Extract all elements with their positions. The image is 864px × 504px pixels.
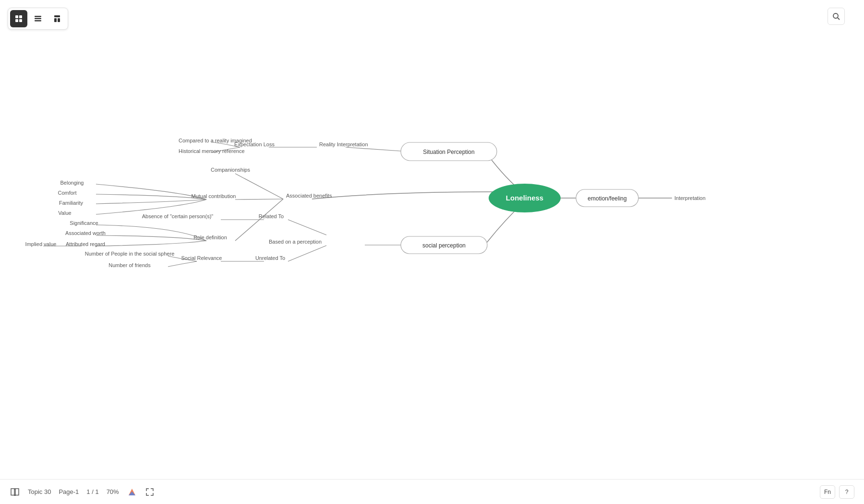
svg-line-21 <box>235 174 283 199</box>
bottom-bar: Topic 30 Page-1 1 / 1 70% Fn ? <box>0 479 864 504</box>
social-relevance-label: Social Relevance <box>181 255 222 261</box>
svg-line-19 <box>288 246 326 261</box>
book-icon-item <box>10 487 20 497</box>
number-friends-label: Number of friends <box>108 262 151 268</box>
book-icon <box>10 487 20 497</box>
role-definition-label: Role definition <box>193 234 227 240</box>
unrelated-to-label: Unrelated To <box>255 255 285 261</box>
topic-label: Topic 30 <box>28 488 51 495</box>
comfort-label: Comfort <box>58 190 76 196</box>
familiarity-label: Familiarity <box>59 200 84 206</box>
page-info: 1 / 1 <box>86 488 98 495</box>
situation-perception-label: Situation Perception <box>423 149 474 155</box>
compared-reality-label: Compared to a reality imagined <box>179 138 252 143</box>
historical-memory-label: Historical memory reference <box>179 148 245 154</box>
marimo-logo <box>127 487 137 497</box>
absence-certain-label: Absence of "certain person(s)" <box>142 213 214 219</box>
based-on-perception-label: Based on a perception <box>269 239 322 245</box>
svg-line-22 <box>235 199 283 199</box>
related-to-label: Related To <box>259 213 284 219</box>
reality-interpretation-label: Reality Interpretation <box>319 141 368 147</box>
fullscreen-icon <box>145 487 155 497</box>
center-node-label: Loneliness <box>506 194 543 202</box>
fn-button[interactable]: Fn <box>820 485 835 499</box>
associated-benefits-label: Associated benefits <box>286 193 332 199</box>
belonging-label: Belonging <box>60 180 84 186</box>
value-label: Value <box>58 210 71 216</box>
social-perception-label: social perception <box>422 242 466 249</box>
fullscreen-icon-item[interactable] <box>145 487 155 497</box>
attributed-regard-label: Attributed regard <box>66 241 105 247</box>
companionships-label: Companionships <box>211 167 250 173</box>
zoom-level: 70% <box>107 488 119 495</box>
help-button[interactable]: ? <box>839 485 854 499</box>
page-label: Page-1 <box>59 488 79 495</box>
number-people-label: Number of People in the social sphere <box>85 251 175 257</box>
marimo-logo-icon <box>127 487 137 497</box>
implied-value-label: Implied value <box>25 241 57 247</box>
mutual-contribution-label: Mutual contribution <box>192 193 236 199</box>
bottom-right-controls: Fn ? <box>820 485 854 499</box>
significance-label: Significance <box>70 220 98 226</box>
svg-line-14 <box>346 147 401 151</box>
emotion-feeling-label: emotion/feeling <box>588 195 626 202</box>
mindmap-svg: Loneliness Situation Perception emotion/… <box>0 0 864 479</box>
svg-line-17 <box>288 220 326 235</box>
associated-worth-label: Associated worth <box>65 230 106 236</box>
interpretation-label: Interpretation <box>674 195 706 201</box>
